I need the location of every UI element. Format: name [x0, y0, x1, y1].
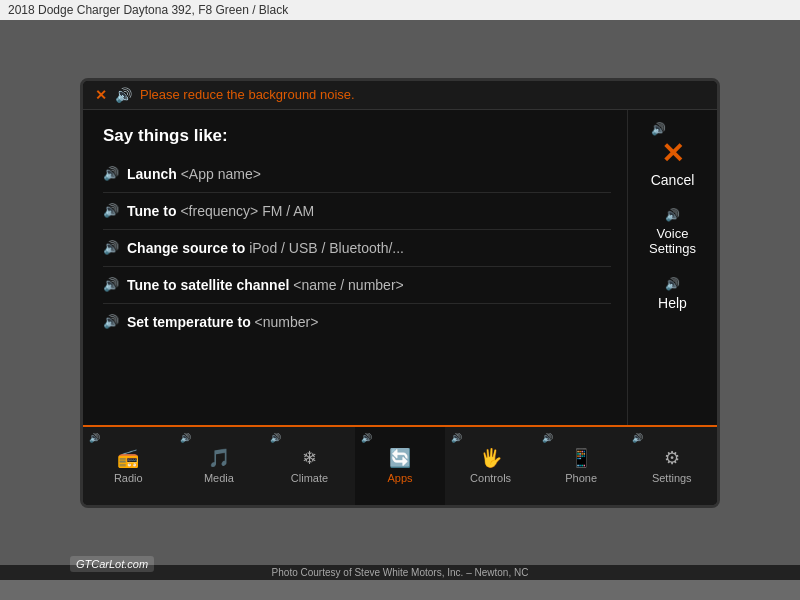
- command-satellite: 🔊 Tune to satellite channel <name / numb…: [103, 267, 611, 304]
- cancel-sound-icon: 🔊: [651, 122, 666, 136]
- radio-icon: 📻: [117, 447, 139, 469]
- command-change-source: 🔊 Change source to iPod / USB / Bluetoot…: [103, 230, 611, 267]
- nav-sound-settings: 🔊: [632, 433, 643, 443]
- nav-item-media[interactable]: 🔊 🎵 Media: [174, 427, 265, 505]
- nav-sound-apps: 🔊: [361, 433, 372, 443]
- sound-icon-3: 🔊: [103, 240, 119, 255]
- page-title: 2018 Dodge Charger Daytona 392, F8 Green…: [8, 3, 288, 17]
- nav-item-controls[interactable]: 🔊 🖐 Controls: [445, 427, 536, 505]
- apps-icon: 🔄: [389, 447, 411, 469]
- command-text-3: Change source to iPod / USB / Bluetooth/…: [127, 240, 404, 256]
- say-things-label: Say things like:: [103, 126, 611, 146]
- sound-icon-5: 🔊: [103, 314, 119, 329]
- nav-item-settings[interactable]: 🔊 ⚙ Settings: [626, 427, 717, 505]
- nav-label-radio: Radio: [114, 472, 143, 484]
- nav-bar: 🔊 📻 Radio 🔊 🎵 Media 🔊 ❄ Climate 🔊 🔄 Apps: [83, 425, 717, 505]
- nav-sound-phone: 🔊: [542, 433, 553, 443]
- help-sound-icon: 🔊: [665, 277, 680, 291]
- command-launch: 🔊 Launch <App name>: [103, 156, 611, 193]
- command-list: 🔊 Launch <App name> 🔊 Tune to <frequency…: [103, 156, 611, 340]
- screen-wrapper: ✕ 🔊 Please reduce the background noise. …: [0, 20, 800, 565]
- main-content: Say things like: 🔊 Launch <App name> 🔊 T…: [83, 110, 717, 425]
- voice-settings-label: VoiceSettings: [649, 226, 696, 257]
- command-text-1: Launch <App name>: [127, 166, 261, 182]
- help-label: Help: [658, 295, 687, 311]
- nav-item-climate[interactable]: 🔊 ❄ Climate: [264, 427, 355, 505]
- nav-label-settings: Settings: [652, 472, 692, 484]
- nav-sound-climate: 🔊: [270, 433, 281, 443]
- right-panel: 🔊 ✕ Cancel 🔊 VoiceSettings 🔊 Help: [627, 110, 717, 425]
- notification-text: Please reduce the background noise.: [140, 87, 355, 102]
- sound-icon-4: 🔊: [103, 277, 119, 292]
- command-text-4: Tune to satellite channel <name / number…: [127, 277, 404, 293]
- controls-icon: 🖐: [480, 447, 502, 469]
- nav-label-media: Media: [204, 472, 234, 484]
- nav-item-phone[interactable]: 🔊 📱 Phone: [536, 427, 627, 505]
- nav-label-controls: Controls: [470, 472, 511, 484]
- command-text-5: Set temperature to <number>: [127, 314, 318, 330]
- nav-label-phone: Phone: [565, 472, 597, 484]
- nav-label-apps: Apps: [387, 472, 412, 484]
- voice-settings-sound-icon: 🔊: [665, 208, 680, 222]
- cancel-button[interactable]: 🔊 ✕ Cancel: [651, 122, 695, 188]
- nav-sound-media: 🔊: [180, 433, 191, 443]
- voice-settings-button[interactable]: 🔊 VoiceSettings: [649, 208, 696, 257]
- nav-item-radio[interactable]: 🔊 📻 Radio: [83, 427, 174, 505]
- help-button[interactable]: 🔊 Help: [658, 277, 687, 311]
- media-icon: 🎵: [208, 447, 230, 469]
- cancel-x-icon: ✕: [661, 140, 684, 168]
- phone-icon: 📱: [570, 447, 592, 469]
- sound-icon-2: 🔊: [103, 203, 119, 218]
- sound-icon-1: 🔊: [103, 166, 119, 181]
- notification-x-icon: ✕: [95, 87, 107, 103]
- climate-icon: ❄: [302, 447, 317, 469]
- noise-icon: 🔊: [115, 87, 132, 103]
- settings-icon: ⚙: [664, 447, 680, 469]
- voice-panel: Say things like: 🔊 Launch <App name> 🔊 T…: [83, 110, 627, 425]
- cancel-label: Cancel: [651, 172, 695, 188]
- nav-sound-controls: 🔊: [451, 433, 462, 443]
- command-tune-to: 🔊 Tune to <frequency> FM / AM: [103, 193, 611, 230]
- nav-label-climate: Climate: [291, 472, 328, 484]
- command-temperature: 🔊 Set temperature to <number>: [103, 304, 611, 340]
- notification-bar: ✕ 🔊 Please reduce the background noise.: [83, 81, 717, 110]
- gtcarlot-watermark: GTCarLot.com: [70, 556, 154, 572]
- top-bar: 2018 Dodge Charger Daytona 392, F8 Green…: [0, 0, 800, 20]
- nav-sound-radio: 🔊: [89, 433, 100, 443]
- command-text-2: Tune to <frequency> FM / AM: [127, 203, 314, 219]
- infotainment-screen: ✕ 🔊 Please reduce the background noise. …: [80, 78, 720, 508]
- nav-item-apps[interactable]: 🔊 🔄 Apps: [355, 427, 446, 505]
